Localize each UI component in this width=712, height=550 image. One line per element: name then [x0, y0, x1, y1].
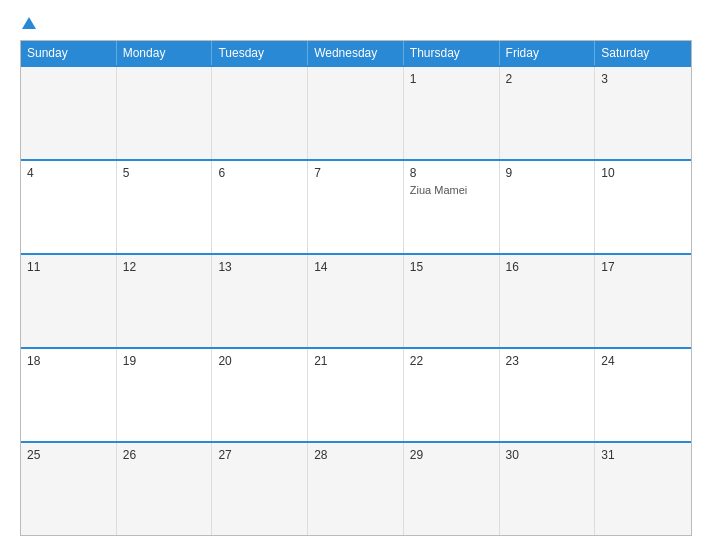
- calendar-day-cell: 11: [21, 255, 117, 347]
- logo: [20, 18, 36, 30]
- calendar-day-cell: 26: [117, 443, 213, 535]
- calendar-day-cell: 27: [212, 443, 308, 535]
- day-of-week-header: Saturday: [595, 41, 691, 65]
- calendar-day-cell: 13: [212, 255, 308, 347]
- day-number: 26: [123, 448, 206, 462]
- day-event: Ziua Mamei: [410, 184, 493, 196]
- day-of-week-header: Monday: [117, 41, 213, 65]
- calendar-day-cell: 5: [117, 161, 213, 253]
- calendar-day-cell: 10: [595, 161, 691, 253]
- day-number: 14: [314, 260, 397, 274]
- day-number: 1: [410, 72, 493, 86]
- calendar-day-cell: 12: [117, 255, 213, 347]
- day-number: 15: [410, 260, 493, 274]
- calendar-day-cell: 17: [595, 255, 691, 347]
- day-number: 8: [410, 166, 493, 180]
- day-of-week-header: Tuesday: [212, 41, 308, 65]
- day-number: 29: [410, 448, 493, 462]
- calendar-day-cell: 19: [117, 349, 213, 441]
- day-number: 24: [601, 354, 685, 368]
- calendar-grid: SundayMondayTuesdayWednesdayThursdayFrid…: [20, 40, 692, 536]
- page-header: [20, 18, 692, 30]
- calendar-day-cell: 25: [21, 443, 117, 535]
- calendar-day-cell: [21, 67, 117, 159]
- calendar-day-cell: 7: [308, 161, 404, 253]
- calendar-week: 45678Ziua Mamei910: [21, 159, 691, 253]
- day-number: 11: [27, 260, 110, 274]
- calendar-week: 18192021222324: [21, 347, 691, 441]
- calendar-day-cell: 23: [500, 349, 596, 441]
- calendar-page: SundayMondayTuesdayWednesdayThursdayFrid…: [0, 0, 712, 550]
- logo-triangle-icon: [22, 17, 36, 29]
- day-number: 6: [218, 166, 301, 180]
- calendar-day-cell: 9: [500, 161, 596, 253]
- calendar-day-cell: 4: [21, 161, 117, 253]
- calendar-day-cell: 14: [308, 255, 404, 347]
- calendar-day-cell: 18: [21, 349, 117, 441]
- day-number: 22: [410, 354, 493, 368]
- day-number: 31: [601, 448, 685, 462]
- calendar-day-cell: [117, 67, 213, 159]
- day-number: 13: [218, 260, 301, 274]
- day-number: 5: [123, 166, 206, 180]
- day-number: 25: [27, 448, 110, 462]
- calendar-day-cell: 24: [595, 349, 691, 441]
- logo-blue-text: [20, 18, 36, 30]
- calendar-week: 25262728293031: [21, 441, 691, 535]
- calendar-day-cell: 29: [404, 443, 500, 535]
- day-number: 16: [506, 260, 589, 274]
- day-number: 27: [218, 448, 301, 462]
- day-number: 21: [314, 354, 397, 368]
- day-number: 28: [314, 448, 397, 462]
- calendar-day-cell: 20: [212, 349, 308, 441]
- day-number: 9: [506, 166, 589, 180]
- day-number: 30: [506, 448, 589, 462]
- calendar-body: 12345678Ziua Mamei9101112131415161718192…: [21, 65, 691, 535]
- day-of-week-header: Friday: [500, 41, 596, 65]
- calendar-day-cell: 1: [404, 67, 500, 159]
- day-number: 4: [27, 166, 110, 180]
- calendar-day-cell: [308, 67, 404, 159]
- calendar-day-cell: 15: [404, 255, 500, 347]
- day-number: 3: [601, 72, 685, 86]
- day-of-week-header: Sunday: [21, 41, 117, 65]
- calendar-week: 11121314151617: [21, 253, 691, 347]
- calendar-day-cell: 6: [212, 161, 308, 253]
- day-number: 19: [123, 354, 206, 368]
- day-number: 12: [123, 260, 206, 274]
- day-number: 23: [506, 354, 589, 368]
- day-number: 20: [218, 354, 301, 368]
- calendar-day-cell: [212, 67, 308, 159]
- day-number: 17: [601, 260, 685, 274]
- day-number: 10: [601, 166, 685, 180]
- calendar-header: SundayMondayTuesdayWednesdayThursdayFrid…: [21, 41, 691, 65]
- calendar-day-cell: 21: [308, 349, 404, 441]
- day-of-week-header: Thursday: [404, 41, 500, 65]
- calendar-day-cell: 22: [404, 349, 500, 441]
- day-number: 18: [27, 354, 110, 368]
- calendar-day-cell: 3: [595, 67, 691, 159]
- day-number: 2: [506, 72, 589, 86]
- calendar-day-cell: 2: [500, 67, 596, 159]
- calendar-day-cell: 16: [500, 255, 596, 347]
- calendar-day-cell: 30: [500, 443, 596, 535]
- calendar-week: 123: [21, 65, 691, 159]
- day-of-week-header: Wednesday: [308, 41, 404, 65]
- calendar-day-cell: 8Ziua Mamei: [404, 161, 500, 253]
- calendar-day-cell: 31: [595, 443, 691, 535]
- calendar-day-cell: 28: [308, 443, 404, 535]
- day-number: 7: [314, 166, 397, 180]
